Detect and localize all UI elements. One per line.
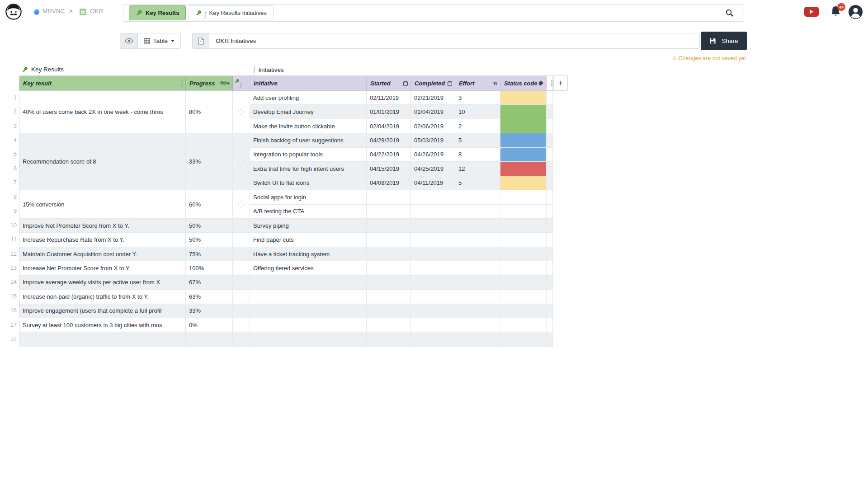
cell-effort[interactable] — [455, 261, 500, 275]
column-header-gutter[interactable] — [547, 76, 553, 91]
cell-initiative[interactable]: Switch UI to flat icons — [250, 176, 367, 190]
cell-started[interactable]: 04/29/2019 — [367, 133, 411, 147]
tab-key-results-initiatives[interactable]: ∫ Key Results Initiatives — [189, 5, 273, 20]
cell-effort[interactable]: 12 — [455, 162, 500, 176]
cell-status-code[interactable] — [500, 205, 547, 219]
cell-effort[interactable] — [455, 233, 500, 247]
youtube-button[interactable] — [804, 7, 819, 17]
cell-status-code[interactable] — [500, 290, 547, 304]
cell-started[interactable]: 04/15/2019 — [367, 162, 411, 176]
cell-initiative[interactable]: Social apps for login — [250, 190, 367, 204]
cell-status-code[interactable] — [500, 91, 547, 105]
cell-effort[interactable] — [455, 190, 500, 204]
cell-status-code[interactable] — [500, 148, 547, 162]
cell-completed[interactable] — [411, 261, 455, 275]
row-number[interactable]: 4 — [0, 133, 17, 147]
cell-key-result[interactable]: 40% of users come back 2X in one week - … — [19, 91, 186, 133]
column-header-progress[interactable]: Progressf(x)% — [186, 76, 233, 91]
drag-handle-icon[interactable] — [238, 158, 245, 165]
cell-initiative[interactable]: Add user profiling — [250, 91, 367, 105]
cell-initiative[interactable] — [250, 318, 367, 332]
cell-progress[interactable]: 75% — [186, 247, 233, 261]
cell-effort[interactable] — [455, 304, 500, 318]
search-button[interactable] — [725, 9, 734, 17]
cell-status-code[interactable] — [500, 133, 547, 147]
cell-initiative[interactable]: Integration to popular tools — [250, 148, 367, 162]
cell-started[interactable] — [367, 247, 411, 261]
cell-completed[interactable] — [411, 190, 455, 204]
cell-effort[interactable] — [455, 205, 500, 219]
cell-status-code[interactable] — [500, 190, 547, 204]
cell-completed[interactable] — [411, 332, 455, 346]
cell-started[interactable]: 01/01/2019 — [367, 105, 411, 119]
cell-status-code[interactable] — [500, 332, 547, 346]
cell-status-code[interactable] — [500, 304, 547, 318]
doc-icon-segment[interactable] — [193, 33, 209, 48]
cell-key-result[interactable]: Improve average weekly visits per active… — [19, 276, 186, 290]
cell-initiative[interactable]: Develop Email Journey — [250, 105, 367, 119]
row-number[interactable]: 17 — [0, 318, 17, 332]
row-number[interactable]: 8 — [0, 190, 17, 204]
column-header-initiative[interactable]: Initiative — [250, 76, 367, 91]
link-handle-cell[interactable] — [233, 133, 250, 190]
cell-progress[interactable]: 50% — [186, 233, 233, 247]
cell-initiative[interactable]: Find paper cuts — [250, 233, 367, 247]
visibility-button[interactable] — [120, 33, 138, 49]
cell-progress[interactable]: 100% — [186, 261, 233, 275]
account-menu[interactable] — [848, 5, 863, 21]
column-header-link[interactable]: ∫ — [233, 76, 250, 91]
row-number[interactable]: 9 — [0, 204, 17, 218]
app-logo[interactable] — [5, 4, 22, 20]
link-handle-cell[interactable] — [233, 91, 250, 133]
row-number[interactable]: 2 — [0, 104, 17, 118]
cell-status-code[interactable] — [500, 233, 547, 247]
cell-progress[interactable]: 33% — [186, 133, 233, 190]
cell-completed[interactable] — [411, 304, 455, 318]
row-number[interactable]: 1 — [0, 90, 17, 104]
cell-key-result[interactable]: Increase Repurchase Rate from X to Y. — [19, 233, 186, 247]
cell-effort[interactable]: 5 — [455, 133, 500, 147]
cell-completed[interactable]: 04/25/2019 — [411, 162, 455, 176]
cell-completed[interactable] — [411, 290, 455, 304]
section-title-initiatives[interactable]: ∫ Initiatives — [253, 66, 284, 73]
column-menu-icon[interactable] — [181, 80, 183, 86]
cell-effort[interactable]: 2 — [455, 119, 500, 133]
cell-key-result[interactable]: Improve engagement (users that complete … — [19, 304, 186, 318]
row-number[interactable]: 16 — [0, 304, 17, 318]
cell-initiative[interactable]: Offering tiered services — [250, 261, 367, 275]
cell-completed[interactable]: 04/26/2019 — [411, 148, 455, 162]
column-header-effort[interactable]: Effortπ — [455, 76, 500, 91]
cell-status-code[interactable] — [500, 162, 547, 176]
cell-started[interactable]: 04/22/2019 — [367, 148, 411, 162]
view-type-dropdown[interactable]: Table — [137, 33, 181, 49]
cell-status-code[interactable] — [500, 318, 547, 332]
cell-started[interactable] — [367, 290, 411, 304]
cell-completed[interactable]: 02/06/2019 — [411, 119, 455, 133]
cell-started[interactable] — [367, 261, 411, 275]
cell-effort[interactable] — [455, 247, 500, 261]
drag-handle-icon[interactable] — [238, 201, 245, 208]
cell-completed[interactable] — [411, 276, 455, 290]
tab-key-results[interactable]: Key Results — [129, 5, 186, 20]
cell-effort[interactable] — [455, 276, 500, 290]
section-title-key-results[interactable]: Key Results — [22, 66, 64, 73]
cell-completed[interactable] — [411, 247, 455, 261]
column-header-key-result[interactable]: Key result — [19, 76, 186, 91]
cell-completed[interactable]: 01/04/2019 — [411, 105, 455, 119]
cell-effort[interactable]: 10 — [455, 105, 500, 119]
cell-key-result[interactable]: Improve Net Promoter Score from X to Y. — [19, 219, 186, 233]
share-button[interactable]: Share — [701, 32, 747, 50]
cell-status-code[interactable] — [500, 247, 547, 261]
row-number[interactable]: 15 — [0, 289, 17, 303]
cell-status-code[interactable] — [500, 219, 547, 233]
column-header-status-code[interactable]: Status code — [500, 76, 547, 91]
cell-initiative[interactable]: Extra trial time for high intent users — [250, 162, 367, 176]
cell-status-code[interactable] — [500, 119, 547, 133]
cell-started[interactable] — [367, 205, 411, 219]
cell-progress[interactable]: 60% — [186, 190, 233, 219]
row-number[interactable]: 3 — [0, 119, 17, 133]
column-header-started[interactable]: Started — [367, 76, 411, 91]
cell-initiative[interactable]: Finish backlog of user suggestions — [250, 133, 367, 147]
widget-title-input[interactable]: OKR Initiatives — [209, 38, 256, 44]
cell-effort[interactable] — [455, 318, 500, 332]
